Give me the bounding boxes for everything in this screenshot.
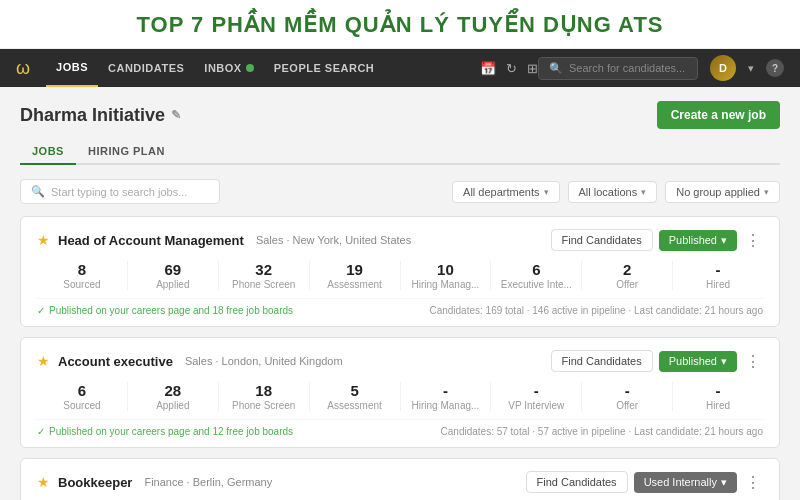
job-subtitle: Sales · London, United Kingdom [185, 355, 343, 367]
pipeline-stats: 8 Sourced 69 Applied 32 Phone Screen 19 … [37, 261, 763, 290]
jobs-list: ★ Head of Account Management Sales · New… [20, 216, 780, 500]
nav-people-search[interactable]: PEOPLE SEARCH [264, 49, 385, 87]
pipeline-stat: 2 Offer [582, 261, 673, 290]
inbox-badge [246, 64, 254, 72]
pipeline-stat: 19 Assessment [310, 261, 401, 290]
job-title: Account executive [58, 354, 173, 369]
job-title: Head of Account Management [58, 233, 244, 248]
status-button[interactable]: Published ▾ [659, 351, 737, 372]
job-footer: ✓ Published on your careers page and 18 … [37, 298, 763, 316]
chevron-down-icon: ▾ [721, 234, 727, 247]
company-edit-icon[interactable]: ✎ [171, 108, 181, 122]
job-actions: Find Candidates Published ▾ ⋮ [551, 350, 763, 372]
pipeline-stat: - Hired [673, 261, 763, 290]
star-icon[interactable]: ★ [37, 232, 50, 248]
status-button[interactable]: Used Internally ▾ [634, 472, 737, 493]
user-avatar[interactable]: D [710, 55, 736, 81]
more-options-button[interactable]: ⋮ [743, 473, 763, 492]
grid-icon[interactable]: ⊞ [527, 61, 538, 76]
pipeline-stat: - VP Interview [491, 382, 582, 411]
job-card-header: ★ Bookkeeper Finance · Berlin, Germany F… [37, 471, 763, 493]
job-card-2: ★ Account executive Sales · London, Unit… [20, 337, 780, 448]
pipeline-stat: 6 Executive Inte... [491, 261, 582, 290]
top-banner: TOP 7 PHẦN MỀM QUẢN LÝ TUYỂN DỤNG ATS [0, 0, 800, 49]
chevron-down-icon: ▾ [721, 476, 727, 489]
company-name-section: Dharma Initiative ✎ [20, 105, 181, 126]
job-footer: ✓ Published on your careers page and 12 … [37, 419, 763, 437]
find-candidates-button[interactable]: Find Candidates [526, 471, 628, 493]
main-content: Dharma Initiative ✎ Create a new job JOB… [0, 87, 800, 500]
chevron-down-icon: ▾ [764, 187, 769, 197]
chevron-down-icon: ▾ [544, 187, 549, 197]
chevron-down-icon: ▾ [641, 187, 646, 197]
pipeline-stat: 69 Applied [128, 261, 219, 290]
job-subtitle: Finance · Berlin, Germany [144, 476, 272, 488]
more-options-button[interactable]: ⋮ [743, 231, 763, 250]
pipeline-stat: - Hiring Manag... [401, 382, 492, 411]
chevron-down-icon: ▾ [721, 355, 727, 368]
pipeline-stat: 28 Applied [128, 382, 219, 411]
locations-filter[interactable]: All locations ▾ [568, 181, 658, 203]
pipeline-stat: 32 Phone Screen [219, 261, 310, 290]
job-card-1: ★ Head of Account Management Sales · New… [20, 216, 780, 327]
pipeline-stat: 18 Phone Screen [219, 382, 310, 411]
nav-search[interactable]: 🔍 Search for candidates... [538, 57, 698, 80]
job-card-header: ★ Head of Account Management Sales · New… [37, 229, 763, 251]
pipeline-stat: - Offer [582, 382, 673, 411]
company-header: Dharma Initiative ✎ Create a new job [20, 101, 780, 129]
find-candidates-button[interactable]: Find Candidates [551, 350, 653, 372]
tab-hiring-plan[interactable]: HIRING PLAN [76, 139, 177, 163]
navbar: ω JOBS CANDIDATES INBOX PEOPLE SEARCH 📅 … [0, 49, 800, 87]
job-title-section: ★ Account executive Sales · London, Unit… [37, 353, 343, 369]
nav-candidates[interactable]: CANDIDATES [98, 49, 194, 87]
job-subtitle: Sales · New York, United States [256, 234, 411, 246]
group-filter[interactable]: No group applied ▾ [665, 181, 780, 203]
filter-buttons: All departments ▾ All locations ▾ No gro… [452, 181, 780, 203]
nav-right-icons: D ▾ ? [710, 55, 784, 81]
candidates-meta: Candidates: 57 total · 57 active in pipe… [441, 426, 763, 437]
banner-title: TOP 7 PHẦN MỀM QUẢN LÝ TUYỂN DỤNG ATS [0, 12, 800, 38]
job-actions: Find Candidates Published ▾ ⋮ [551, 229, 763, 251]
pipeline-stats: 6 Sourced 28 Applied 18 Phone Screen 5 A… [37, 382, 763, 411]
help-button[interactable]: ? [766, 59, 784, 77]
pipeline-stat: - Hired [673, 382, 763, 411]
nav-jobs[interactable]: JOBS [46, 49, 98, 87]
pipeline-stat: 8 Sourced [37, 261, 128, 290]
published-note: ✓ Published on your careers page and 12 … [37, 426, 293, 437]
job-card-3: ★ Bookkeeper Finance · Berlin, Germany F… [20, 458, 780, 500]
departments-filter[interactable]: All departments ▾ [452, 181, 559, 203]
tab-jobs[interactable]: JOBS [20, 139, 76, 165]
candidates-meta: Candidates: 169 total · 146 active in pi… [429, 305, 763, 316]
job-actions: Find Candidates Used Internally ▾ ⋮ [526, 471, 763, 493]
check-icon: ✓ [37, 426, 45, 437]
nav-logo[interactable]: ω [16, 58, 30, 79]
avatar-chevron[interactable]: ▾ [748, 62, 754, 75]
check-icon: ✓ [37, 305, 45, 316]
job-title-section: ★ Bookkeeper Finance · Berlin, Germany [37, 474, 272, 490]
refresh-icon[interactable]: ↻ [506, 61, 517, 76]
company-name-text: Dharma Initiative [20, 105, 165, 126]
search-icon: 🔍 [31, 185, 45, 198]
status-button[interactable]: Published ▾ [659, 230, 737, 251]
pipeline-stat: 10 Hiring Manag... [401, 261, 492, 290]
filters-row: 🔍 Start typing to search jobs... All dep… [20, 179, 780, 204]
more-options-button[interactable]: ⋮ [743, 352, 763, 371]
pipeline-stat: 5 Assessment [310, 382, 401, 411]
job-title-section: ★ Head of Account Management Sales · New… [37, 232, 411, 248]
job-title: Bookkeeper [58, 475, 132, 490]
create-job-button[interactable]: Create a new job [657, 101, 780, 129]
find-candidates-button[interactable]: Find Candidates [551, 229, 653, 251]
pipeline-stat: 6 Sourced [37, 382, 128, 411]
star-icon[interactable]: ★ [37, 474, 50, 490]
search-icon: 🔍 [549, 62, 563, 75]
published-note: ✓ Published on your careers page and 18 … [37, 305, 293, 316]
search-placeholder: Search for candidates... [569, 62, 685, 74]
star-icon[interactable]: ★ [37, 353, 50, 369]
nav-inbox[interactable]: INBOX [194, 49, 263, 87]
jobs-tabs: JOBS HIRING PLAN [20, 139, 780, 165]
job-card-header: ★ Account executive Sales · London, Unit… [37, 350, 763, 372]
calendar-icon[interactable]: 📅 [480, 61, 496, 76]
search-jobs-input[interactable]: 🔍 Start typing to search jobs... [20, 179, 220, 204]
search-placeholder: Start typing to search jobs... [51, 186, 187, 198]
